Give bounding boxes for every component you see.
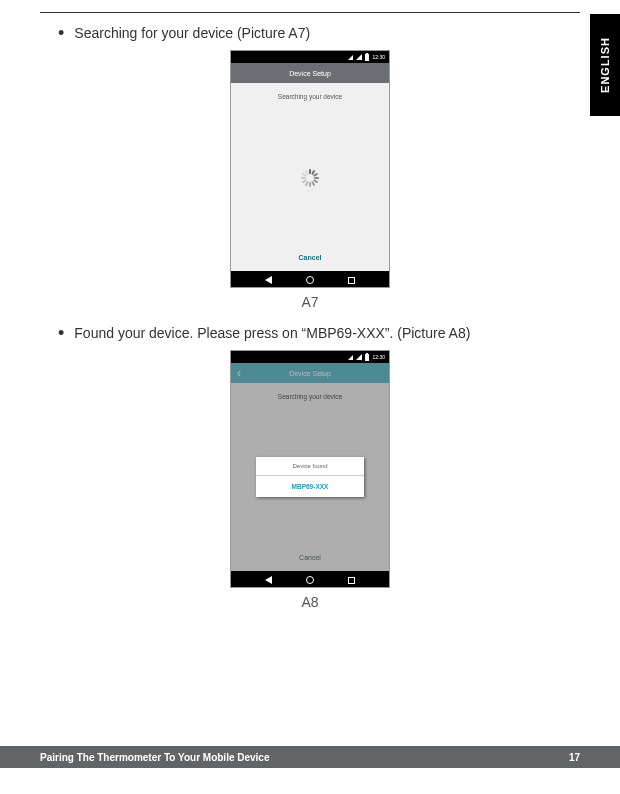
app-header-title: Device Setup [289, 70, 331, 77]
bullet-a7-text: Searching for your device (Picture A7) [74, 24, 310, 42]
searching-text-a8: Searching your device [231, 383, 389, 400]
searching-text-a7: Searching your device [231, 83, 389, 100]
header-dimmer [231, 363, 389, 383]
android-nav-bar [231, 271, 389, 288]
android-nav-bar [231, 571, 389, 588]
device-found-dialog: Device found MBP69-XXX [256, 457, 364, 497]
nav-home-icon[interactable] [306, 576, 314, 584]
top-rule [40, 12, 580, 13]
main-content: • Searching for your device (Picture A7)… [52, 24, 568, 624]
figure-a8: 12:30 ‹ Device Setup Searching your devi… [52, 350, 568, 610]
dialog-device-item[interactable]: MBP69-XXX [256, 476, 364, 497]
bullet-dot: • [58, 324, 64, 342]
bullet-a7: • Searching for your device (Picture A7) [52, 24, 568, 42]
status-time: 12:30 [372, 54, 385, 60]
wifi-icon [348, 355, 353, 360]
dialog-title: Device found [256, 457, 364, 476]
caption-a8: A8 [301, 594, 318, 610]
figure-a7: 12:30 Device Setup Searching your device… [52, 50, 568, 310]
battery-icon [365, 54, 369, 61]
status-bar: 12:30 [231, 51, 389, 63]
status-time: 12:30 [372, 354, 385, 360]
footer-page-number: 17 [569, 752, 580, 763]
nav-recent-icon[interactable] [348, 577, 355, 584]
bullet-a8-text: Found your device. Please press on “MBP6… [74, 324, 470, 342]
phone-body-a7: Searching your device Cancel [231, 83, 389, 271]
signal-icon [356, 54, 362, 60]
caption-a7: A7 [301, 294, 318, 310]
footer-title: Pairing The Thermometer To Your Mobile D… [40, 752, 270, 763]
language-tab-label: ENGLISH [599, 37, 611, 93]
nav-back-icon[interactable] [265, 276, 272, 284]
nav-home-icon[interactable] [306, 276, 314, 284]
nav-back-icon[interactable] [265, 576, 272, 584]
bullet-dot: • [58, 24, 64, 42]
wifi-icon [348, 55, 353, 60]
phone-a8: 12:30 ‹ Device Setup Searching your devi… [230, 350, 390, 588]
phone-a7: 12:30 Device Setup Searching your device… [230, 50, 390, 288]
signal-icon [356, 354, 362, 360]
language-tab: ENGLISH [590, 14, 620, 116]
nav-recent-icon[interactable] [348, 277, 355, 284]
cancel-button-a7[interactable]: Cancel [231, 254, 389, 261]
phone-body-a8: Searching your device Device found MBP69… [231, 383, 389, 571]
app-header-a7: Device Setup [231, 63, 389, 83]
cancel-button-a8[interactable]: Cancel [231, 554, 389, 561]
loading-spinner-icon [301, 169, 319, 187]
bullet-a8: • Found your device. Please press on “MB… [52, 324, 568, 342]
status-bar: 12:30 [231, 351, 389, 363]
battery-icon [365, 354, 369, 361]
page-footer: Pairing The Thermometer To Your Mobile D… [0, 746, 620, 768]
